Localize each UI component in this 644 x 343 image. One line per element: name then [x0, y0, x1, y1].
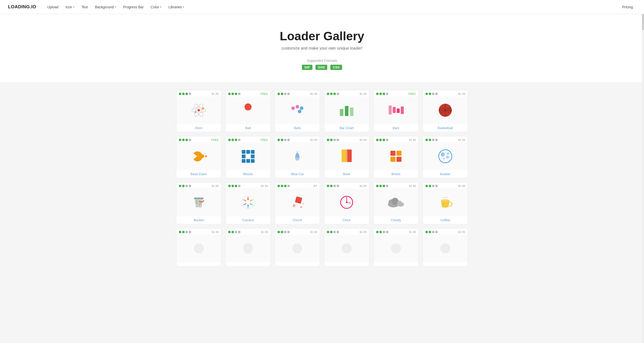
- card-bricks[interactable]: $1.99 Bricks: [373, 136, 419, 178]
- placeholder-icon: [339, 241, 354, 256]
- dot-gray: [235, 231, 237, 233]
- card-row4c[interactable]: $1.99: [275, 228, 320, 266]
- card-coffee[interactable]: $1.99 Coffee: [423, 182, 468, 224]
- hero-section: Loader Gallery customize and make your o…: [0, 14, 644, 82]
- svg-point-21: [201, 155, 204, 158]
- nav-icon[interactable]: Icon ▾: [62, 4, 77, 11]
- card-price: BY: [313, 184, 317, 187]
- svg-rect-13: [350, 107, 353, 116]
- card-camera[interactable]: $1.99 Camera: [225, 182, 271, 224]
- card-price: FREE: [261, 92, 268, 95]
- dot-green: [376, 185, 379, 187]
- nav-pricing[interactable]: Pricing: [619, 4, 636, 11]
- card-price: $1.99: [409, 184, 416, 187]
- card-preview-bluecat: [275, 142, 320, 170]
- card-preview-balls: [275, 96, 320, 124]
- card-atom[interactable]: $1.99 Atom: [176, 90, 221, 132]
- svg-point-9: [300, 106, 303, 110]
- card-name-balls: Balls: [275, 124, 320, 132]
- placeholder-icon: [240, 241, 256, 256]
- icon-caret: ▾: [73, 6, 74, 8]
- card-preview-cloudy: [374, 188, 418, 216]
- barchart-icon: [338, 101, 355, 119]
- card-chunk[interactable]: BY Chunk: [275, 182, 320, 224]
- dot-green: [281, 139, 283, 141]
- card-header: $1.99: [374, 228, 418, 235]
- placeholder-icon: [290, 241, 305, 256]
- dot-green: [330, 185, 333, 187]
- card-beaneater[interactable]: FREE Bean Eater: [176, 136, 221, 178]
- card-name-chunk: Chunk: [275, 216, 320, 224]
- dot-green: [235, 93, 237, 95]
- dot-gray: [238, 93, 240, 95]
- card-price: $1.99: [458, 231, 465, 234]
- card-row4f[interactable]: $1.99: [423, 228, 468, 266]
- card-header-camera: $1.99: [226, 182, 270, 188]
- dot-green: [281, 231, 283, 233]
- card-row4b[interactable]: $1.99: [225, 228, 271, 266]
- card-cloudy[interactable]: $1.99 Cloudy: [373, 182, 419, 224]
- dot-green: [429, 185, 431, 187]
- nav-libraries[interactable]: Libraries ▾: [165, 4, 187, 11]
- dot-green: [425, 139, 428, 141]
- nav-background[interactable]: Background ▾: [92, 4, 119, 11]
- nav-text[interactable]: Text: [78, 4, 91, 11]
- dot-green: [185, 139, 188, 141]
- dot-green: [231, 139, 234, 141]
- dot-green: [376, 139, 379, 141]
- svg-rect-44: [194, 198, 204, 199]
- dot-gray: [337, 231, 339, 233]
- card-price: FREE: [261, 138, 268, 141]
- card-bars[interactable]: FREE Bars: [373, 90, 419, 132]
- svg-point-41: [443, 158, 445, 160]
- card-row4a[interactable]: $1.99: [176, 228, 221, 266]
- card-dots: [228, 93, 240, 95]
- svg-rect-30: [251, 159, 255, 163]
- card-dots: [277, 185, 290, 187]
- card-dots: [228, 185, 240, 187]
- card-row4e[interactable]: $1.99: [373, 228, 419, 266]
- card-dots: [376, 93, 388, 95]
- svg-point-42: [447, 152, 449, 155]
- card-bluecat[interactable]: $1.99 Blue Cat: [275, 136, 320, 178]
- card-basketball[interactable]: $1.99 Basketball: [423, 90, 468, 132]
- card-name-coffee: Coffee: [423, 216, 468, 224]
- scrollbar-track[interactable]: [642, 0, 644, 275]
- formats-section: Supported Formats GIF SVG CSS: [5, 59, 639, 70]
- nav-color[interactable]: Color ▾: [148, 4, 164, 11]
- nav-progress-bar[interactable]: Progress Bar: [120, 4, 147, 11]
- card-name-bubble: Bubble: [423, 170, 468, 178]
- svg-rect-12: [345, 106, 348, 116]
- dot-gray: [432, 185, 434, 187]
- card-preview-blocks: [226, 142, 270, 170]
- card-price: $1.99: [359, 138, 367, 141]
- dot-green: [277, 93, 280, 95]
- svg-rect-34: [390, 151, 395, 156]
- card-barchart[interactable]: $1.99 Bar Chart: [324, 90, 369, 132]
- dot-gray: [432, 93, 434, 95]
- dot-green: [228, 139, 231, 141]
- card-bucket[interactable]: $1.99 Bucket: [176, 182, 221, 224]
- card-name: [423, 262, 468, 266]
- dot-green: [379, 185, 382, 187]
- card-header-cloudy: $1.99: [374, 182, 418, 188]
- card-ball[interactable]: FREE Ball: [225, 90, 271, 132]
- formats-label: Supported Formats: [5, 59, 639, 63]
- card-clock[interactable]: $1.99 Clock: [324, 182, 369, 224]
- placeholder-icon: [438, 241, 453, 256]
- card-name-book: Book: [324, 170, 369, 178]
- card-bubble[interactable]: $1.99 Bubble: [423, 136, 468, 178]
- card-row4d[interactable]: $1.99: [324, 228, 369, 266]
- dot-green: [330, 93, 333, 95]
- brand-logo[interactable]: LOADING.IO: [8, 4, 36, 10]
- card-book[interactable]: $1.99 Book: [324, 136, 369, 178]
- nav-upload[interactable]: Upload: [44, 4, 61, 11]
- dot-gray: [238, 139, 240, 141]
- card-preview-coffee: [423, 188, 468, 216]
- card-name-blocks: Blocks: [226, 170, 270, 178]
- card-dots: [376, 185, 388, 187]
- card-dots: [327, 185, 339, 187]
- placeholder-icon: [388, 241, 404, 256]
- card-blocks[interactable]: FREE Blocks: [225, 136, 271, 178]
- card-balls[interactable]: $1.99 Balls: [275, 90, 320, 132]
